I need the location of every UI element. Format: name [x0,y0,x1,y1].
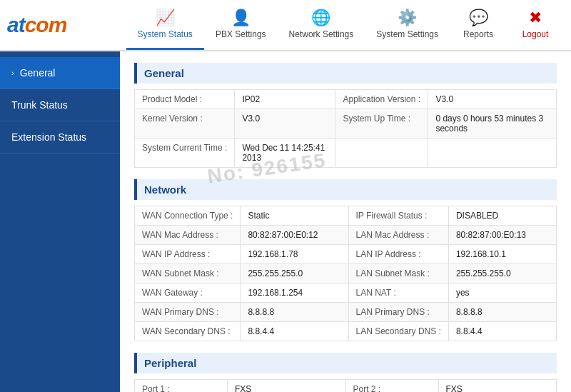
system-settings-icon: ⚙️ [398,9,417,27]
sidebar-item-general[interactable]: ›General [0,57,120,89]
right-value: DISABLED [448,206,556,226]
logout-icon: ✖ [529,9,542,27]
logo: atcom [7,13,66,37]
left-label: WAN IP Address : [135,245,241,264]
left-value: V3.0 [235,109,335,139]
table-row: WAN Subnet Mask :255.255.255.0LAN Subnet… [135,264,557,283]
info-table-general: Product Model :IP02Application Version :… [134,89,557,168]
right-label: LAN Secondary DNS : [348,322,448,341]
info-table-network: WAN Connection Type :StaticIP Firewall S… [134,206,557,341]
nav-label-network-settings: Network Settings [289,29,354,39]
left-label: WAN Mac Address : [135,226,241,245]
sidebar-label-general: General [20,67,56,79]
right-value: V3.0 [428,90,557,109]
table-row: Port 1 :FXSPort 2 :FXS [135,380,557,393]
right-label: LAN Mac Address : [348,226,448,245]
info-table-peripheral: Port 1 :FXSPort 2 :FXS [134,379,557,392]
right-label: Port 2 : [345,380,438,393]
right-value: FXS [438,380,557,393]
nav-label-logout: Logout [522,29,549,39]
nav: 📈System Status👤PBX Settings🌐Network Sett… [107,0,564,50]
table-row: WAN Primary DNS :8.8.8.8LAN Primary DNS … [135,303,557,322]
pbx-settings-icon: 👤 [231,9,251,27]
left-label: WAN Connection Type : [135,206,241,226]
left-label: Product Model : [135,90,235,109]
left-value: 80:82:87:00:E0:12 [241,226,348,245]
table-row: WAN IP Address :192.168.1.78LAN IP Addre… [135,245,557,264]
network-settings-icon: 🌐 [311,9,330,27]
left-value: 8.8.8.8 [241,303,348,322]
right-label: LAN NAT : [348,283,448,303]
nav-label-pbx-settings: PBX Settings [216,29,266,39]
left-value: Wed Dec 11 14:25:41 2013 [235,139,335,168]
nav-item-system-settings[interactable]: ⚙️System Settings [365,0,450,50]
left-label: System Current Time : [135,139,235,168]
logo-area: atcom [7,13,107,37]
left-value: 192.168.1.78 [241,245,348,264]
left-value: 192.168.1.254 [241,283,348,303]
left-label: Port 1 : [135,380,228,393]
nav-item-pbx-settings[interactable]: 👤PBX Settings [204,0,278,50]
right-label: LAN Primary DNS : [348,303,448,322]
right-label [335,139,428,168]
right-label: Application Version : [335,90,428,109]
section-title-peripheral: Peripheral [134,353,557,373]
right-label: IP Firewall Status : [348,206,448,226]
header: atcom 📈System Status👤PBX Settings🌐Networ… [0,0,571,51]
table-row: WAN Mac Address :80:82:87:00:E0:12LAN Ma… [135,226,557,245]
left-value: Static [241,206,348,226]
right-value: yes [448,283,556,303]
nav-item-reports[interactable]: 💬Reports [450,0,507,50]
table-row: WAN Secondary DNS :8.8.4.4LAN Secondary … [135,322,557,341]
table-row: WAN Gateway :192.168.1.254LAN NAT :yes [135,283,557,303]
sidebar-item-trunk-status[interactable]: Trunk Status [0,89,120,121]
left-label: Kernel Version : [135,109,235,139]
right-value [428,139,557,168]
chevron-icon: › [11,69,14,77]
table-row: WAN Connection Type :StaticIP Firewall S… [135,206,557,226]
left-value: 8.8.4.4 [241,322,348,341]
main-content: GeneralProduct Model :IP02Application Ve… [120,51,571,392]
left-value: FXS [228,380,346,393]
table-row: Product Model :IP02Application Version :… [135,90,557,109]
left-label: WAN Gateway : [135,283,241,303]
right-value: 0 days 0 hours 53 minutes 3 seconds [428,109,557,139]
layout: ›GeneralTrunk StatusExtension Status Gen… [0,51,571,392]
right-value: 80:82:87:00:E0:13 [448,226,556,245]
table-row: Kernel Version :V3.0System Up Time :0 da… [135,109,557,139]
table-row: System Current Time :Wed Dec 11 14:25:41… [135,139,557,168]
sidebar: ›GeneralTrunk StatusExtension Status [0,51,120,392]
nav-label-system-status: System Status [138,29,193,39]
right-value: 8.8.8.8 [448,303,556,322]
left-value: IP02 [235,90,335,109]
nav-label-system-settings: System Settings [376,29,438,39]
section-title-network: Network [134,179,557,200]
right-value: 255.255.255.0 [448,264,556,283]
right-label: LAN IP Address : [348,245,448,264]
reports-icon: 💬 [469,9,488,27]
right-value: 8.8.4.4 [448,322,556,341]
left-label: WAN Secondary DNS : [135,322,241,341]
left-label: WAN Subnet Mask : [135,264,241,283]
left-value: 255.255.255.0 [241,264,348,283]
right-label: System Up Time : [335,109,428,139]
nav-item-network-settings[interactable]: 🌐Network Settings [278,0,365,50]
sidebar-label-extension-status: Extension Status [11,131,86,143]
sidebar-label-trunk-status: Trunk Status [11,99,68,111]
section-title-general: General [134,63,557,84]
nav-item-logout[interactable]: ✖Logout [507,0,564,50]
nav-label-reports: Reports [463,29,493,39]
sidebar-item-extension-status[interactable]: Extension Status [0,121,120,154]
system-status-icon: 📈 [156,9,175,27]
right-value: 192.168.10.1 [448,245,556,264]
right-label: LAN Subnet Mask : [348,264,448,283]
left-label: WAN Primary DNS : [135,303,241,322]
nav-item-system-status[interactable]: 📈System Status [126,0,204,50]
